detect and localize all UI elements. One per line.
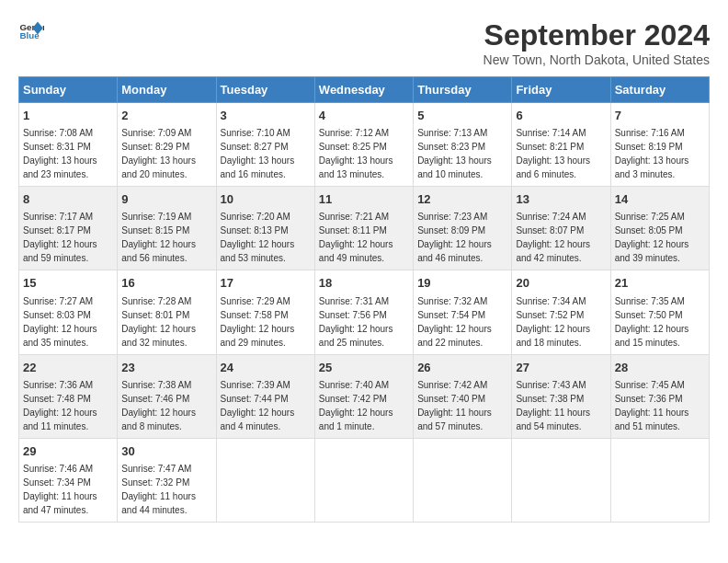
- day-info: Sunrise: 7:46 AM Sunset: 7:34 PM Dayligh…: [23, 464, 97, 515]
- day-number: 18: [319, 275, 409, 292]
- day-number: 17: [221, 275, 311, 292]
- day-info: Sunrise: 7:25 AM Sunset: 8:05 PM Dayligh…: [615, 212, 689, 263]
- day-number: 16: [121, 275, 211, 292]
- day-info: Sunrise: 7:34 AM Sunset: 7:52 PM Dayligh…: [516, 296, 590, 348]
- day-info: Sunrise: 7:09 AM Sunset: 8:29 PM Dayligh…: [121, 128, 196, 179]
- day-info: Sunrise: 7:42 AM Sunset: 7:40 PM Dayligh…: [417, 380, 492, 431]
- calendar-week-2: 8Sunrise: 7:17 AM Sunset: 8:17 PM Daylig…: [19, 187, 710, 270]
- calendar-table: Sunday Monday Tuesday Wednesday Thursday…: [18, 76, 710, 523]
- table-row: 22Sunrise: 7:36 AM Sunset: 7:48 PM Dayli…: [19, 354, 118, 438]
- table-row: 4Sunrise: 7:12 AM Sunset: 8:25 PM Daylig…: [314, 103, 413, 187]
- table-row: [512, 438, 610, 522]
- logo: General Blue: [18, 18, 44, 44]
- day-info: Sunrise: 7:43 AM Sunset: 7:38 PM Dayligh…: [516, 380, 590, 431]
- day-info: Sunrise: 7:27 AM Sunset: 8:03 PM Dayligh…: [23, 296, 97, 348]
- header: General Blue September 2024 New Town, No…: [18, 18, 710, 67]
- day-info: Sunrise: 7:28 AM Sunset: 8:01 PM Dayligh…: [121, 296, 196, 348]
- table-row: 30Sunrise: 7:47 AM Sunset: 7:32 PM Dayli…: [118, 438, 216, 522]
- day-info: Sunrise: 7:35 AM Sunset: 7:50 PM Dayligh…: [615, 296, 689, 348]
- day-info: Sunrise: 7:16 AM Sunset: 8:19 PM Dayligh…: [615, 128, 689, 179]
- day-number: 27: [516, 360, 606, 376]
- day-number: 8: [23, 191, 113, 208]
- table-row: 25Sunrise: 7:40 AM Sunset: 7:42 PM Dayli…: [314, 354, 413, 438]
- day-info: Sunrise: 7:47 AM Sunset: 7:32 PM Dayligh…: [121, 464, 196, 515]
- title-area: September 2024 New Town, North Dakota, U…: [483, 18, 710, 67]
- table-row: 20Sunrise: 7:34 AM Sunset: 7:52 PM Dayli…: [512, 270, 610, 354]
- table-row: 3Sunrise: 7:10 AM Sunset: 8:27 PM Daylig…: [216, 103, 314, 187]
- day-info: Sunrise: 7:21 AM Sunset: 8:11 PM Dayligh…: [319, 212, 393, 263]
- day-number: 9: [121, 191, 211, 208]
- table-row: 5Sunrise: 7:13 AM Sunset: 8:23 PM Daylig…: [414, 103, 512, 187]
- day-number: 5: [417, 108, 507, 124]
- col-saturday: Saturday: [610, 77, 709, 103]
- day-number: 25: [319, 360, 409, 376]
- table-row: 6Sunrise: 7:14 AM Sunset: 8:21 PM Daylig…: [512, 103, 610, 187]
- day-number: 4: [319, 108, 409, 124]
- day-info: Sunrise: 7:40 AM Sunset: 7:42 PM Dayligh…: [319, 380, 393, 431]
- day-number: 6: [516, 108, 606, 124]
- calendar-week-4: 22Sunrise: 7:36 AM Sunset: 7:48 PM Dayli…: [19, 354, 710, 438]
- day-info: Sunrise: 7:14 AM Sunset: 8:21 PM Dayligh…: [516, 128, 590, 179]
- logo-icon: General Blue: [18, 18, 44, 44]
- day-number: 21: [615, 275, 705, 292]
- day-number: 1: [23, 108, 113, 124]
- table-row: 18Sunrise: 7:31 AM Sunset: 7:56 PM Dayli…: [314, 270, 413, 354]
- day-info: Sunrise: 7:24 AM Sunset: 8:07 PM Dayligh…: [516, 212, 590, 263]
- table-row: 16Sunrise: 7:28 AM Sunset: 8:01 PM Dayli…: [118, 270, 216, 354]
- day-info: Sunrise: 7:38 AM Sunset: 7:46 PM Dayligh…: [121, 380, 196, 431]
- col-monday: Monday: [118, 77, 216, 103]
- day-number: 3: [221, 108, 311, 124]
- day-number: 24: [221, 360, 311, 376]
- table-row: 26Sunrise: 7:42 AM Sunset: 7:40 PM Dayli…: [414, 354, 512, 438]
- table-row: 21Sunrise: 7:35 AM Sunset: 7:50 PM Dayli…: [610, 270, 709, 354]
- table-row: 2Sunrise: 7:09 AM Sunset: 8:29 PM Daylig…: [118, 103, 216, 187]
- day-number: 29: [23, 443, 113, 460]
- col-friday: Friday: [512, 77, 610, 103]
- col-wednesday: Wednesday: [314, 77, 413, 103]
- table-row: 8Sunrise: 7:17 AM Sunset: 8:17 PM Daylig…: [19, 187, 118, 270]
- day-number: 11: [319, 191, 409, 208]
- day-info: Sunrise: 7:23 AM Sunset: 8:09 PM Dayligh…: [417, 212, 492, 263]
- day-number: 20: [516, 275, 606, 292]
- day-number: 15: [23, 275, 113, 292]
- day-info: Sunrise: 7:12 AM Sunset: 8:25 PM Dayligh…: [319, 128, 393, 179]
- table-row: 15Sunrise: 7:27 AM Sunset: 8:03 PM Dayli…: [19, 270, 118, 354]
- day-info: Sunrise: 7:20 AM Sunset: 8:13 PM Dayligh…: [221, 212, 295, 263]
- table-row: [216, 438, 314, 522]
- day-number: 14: [615, 191, 705, 208]
- day-info: Sunrise: 7:08 AM Sunset: 8:31 PM Dayligh…: [23, 128, 97, 179]
- day-number: 7: [615, 108, 705, 124]
- table-row: 29Sunrise: 7:46 AM Sunset: 7:34 PM Dayli…: [19, 438, 118, 522]
- table-row: 1Sunrise: 7:08 AM Sunset: 8:31 PM Daylig…: [19, 103, 118, 187]
- table-row: 19Sunrise: 7:32 AM Sunset: 7:54 PM Dayli…: [414, 270, 512, 354]
- page-title: September 2024: [483, 18, 710, 52]
- table-row: 27Sunrise: 7:43 AM Sunset: 7:38 PM Dayli…: [512, 354, 610, 438]
- day-info: Sunrise: 7:36 AM Sunset: 7:48 PM Dayligh…: [23, 380, 97, 431]
- calendar-week-1: 1Sunrise: 7:08 AM Sunset: 8:31 PM Daylig…: [19, 103, 710, 187]
- day-info: Sunrise: 7:39 AM Sunset: 7:44 PM Dayligh…: [221, 380, 295, 431]
- day-number: 22: [23, 360, 113, 376]
- calendar-week-5: 29Sunrise: 7:46 AM Sunset: 7:34 PM Dayli…: [19, 438, 710, 522]
- day-number: 28: [615, 360, 705, 376]
- day-number: 26: [417, 360, 507, 376]
- day-info: Sunrise: 7:17 AM Sunset: 8:17 PM Dayligh…: [23, 212, 97, 263]
- day-info: Sunrise: 7:19 AM Sunset: 8:15 PM Dayligh…: [121, 212, 196, 263]
- table-row: 23Sunrise: 7:38 AM Sunset: 7:46 PM Dayli…: [118, 354, 216, 438]
- table-row: 7Sunrise: 7:16 AM Sunset: 8:19 PM Daylig…: [610, 103, 709, 187]
- day-number: 10: [221, 191, 311, 208]
- table-row: 14Sunrise: 7:25 AM Sunset: 8:05 PM Dayli…: [610, 187, 709, 270]
- table-row: [414, 438, 512, 522]
- day-info: Sunrise: 7:31 AM Sunset: 7:56 PM Dayligh…: [319, 296, 393, 348]
- day-info: Sunrise: 7:10 AM Sunset: 8:27 PM Dayligh…: [221, 128, 295, 179]
- table-row: [314, 438, 413, 522]
- table-row: 11Sunrise: 7:21 AM Sunset: 8:11 PM Dayli…: [314, 187, 413, 270]
- col-thursday: Thursday: [414, 77, 512, 103]
- table-row: [610, 438, 709, 522]
- day-number: 19: [417, 275, 507, 292]
- table-row: 12Sunrise: 7:23 AM Sunset: 8:09 PM Dayli…: [414, 187, 512, 270]
- day-number: 13: [516, 191, 606, 208]
- day-info: Sunrise: 7:13 AM Sunset: 8:23 PM Dayligh…: [417, 128, 492, 179]
- table-row: 17Sunrise: 7:29 AM Sunset: 7:58 PM Dayli…: [216, 270, 314, 354]
- table-row: 9Sunrise: 7:19 AM Sunset: 8:15 PM Daylig…: [118, 187, 216, 270]
- col-tuesday: Tuesday: [216, 77, 314, 103]
